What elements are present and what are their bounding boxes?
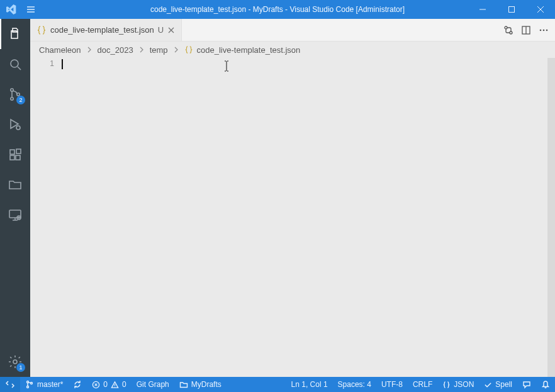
- editor-area: code_live-template_test.json U: [30, 19, 555, 377]
- breadcrumbs: Chameleon doc_2023 temp code_live-templa…: [30, 42, 555, 58]
- svg-point-1: [11, 60, 18, 67]
- text-caret: [62, 59, 63, 69]
- editor-actions: [497, 19, 555, 41]
- title-bar: code_live-template_test.json - MyDrafts …: [0, 0, 555, 19]
- i-beam-cursor-icon: [224, 60, 229, 72]
- code-area[interactable]: [62, 58, 547, 377]
- activity-folder[interactable]: [0, 170, 30, 200]
- activity-search[interactable]: [0, 49, 30, 79]
- vscode-logo: [0, 4, 22, 14]
- svg-rect-0: [509, 7, 515, 13]
- svg-point-16: [540, 29, 542, 31]
- chevron-right-icon: [172, 47, 181, 53]
- main-row: 2 1 code_live-template_test.json: [0, 19, 555, 377]
- tab-file[interactable]: code_live-template_test.json U: [30, 19, 182, 41]
- svg-rect-9: [16, 149, 21, 154]
- status-eol[interactable]: CRLF: [408, 377, 437, 392]
- activity-bar: 2 1: [0, 19, 30, 377]
- menu-button[interactable]: [22, 4, 40, 14]
- svg-point-20: [27, 386, 29, 388]
- window-controls: [468, 0, 555, 19]
- manage-badge: 1: [16, 363, 25, 372]
- status-indentation[interactable]: Spaces: 4: [333, 377, 376, 392]
- json-icon: [184, 45, 193, 54]
- check-icon: [484, 381, 492, 389]
- warning-count: 0: [122, 380, 126, 389]
- error-icon: [92, 381, 100, 389]
- feedback-icon: [522, 380, 531, 389]
- close-button[interactable]: [526, 0, 555, 19]
- editor-body[interactable]: 1: [30, 58, 555, 377]
- branch-name: master*: [37, 380, 63, 389]
- status-bar: master* 0 0 Git Graph MyDrafts Ln 1, Col…: [0, 377, 555, 392]
- line-number: 1: [30, 59, 54, 68]
- activity-remote-explorer[interactable]: [0, 200, 30, 230]
- status-language[interactable]: JSON: [437, 377, 479, 392]
- error-count: 0: [103, 380, 108, 389]
- sync-icon: [73, 380, 82, 389]
- line-gutter: 1: [30, 58, 62, 377]
- breadcrumb-item[interactable]: temp: [150, 45, 168, 55]
- maximize-button[interactable]: [497, 0, 526, 19]
- breadcrumb-item[interactable]: code_live-template_test.json: [197, 45, 301, 55]
- status-workspace[interactable]: MyDrafts: [174, 377, 227, 392]
- activity-extensions[interactable]: [0, 140, 30, 170]
- tab-filename: code_live-template_test.json: [50, 25, 154, 35]
- compare-changes-icon[interactable]: [503, 25, 513, 35]
- remote-icon: [6, 380, 14, 389]
- svg-point-13: [505, 26, 507, 29]
- minimap[interactable]: [547, 58, 555, 377]
- json-icon: [36, 25, 47, 35]
- svg-point-5: [16, 126, 20, 130]
- tab-modified-indicator: U: [158, 25, 164, 35]
- status-branch[interactable]: master*: [20, 377, 68, 392]
- chevron-right-icon: [85, 47, 94, 53]
- tab-close-icon[interactable]: [167, 26, 175, 34]
- svg-point-14: [510, 31, 512, 34]
- status-cursor-position[interactable]: Ln 1, Col 1: [286, 377, 333, 392]
- svg-rect-6: [10, 150, 14, 154]
- branch-icon: [25, 380, 34, 389]
- tabs-row: code_live-template_test.json U: [30, 19, 555, 42]
- warning-icon: [111, 381, 119, 389]
- status-sync[interactable]: [68, 377, 87, 392]
- folder-icon: [179, 380, 188, 389]
- svg-point-17: [543, 29, 545, 31]
- git-graph-label: Git Graph: [137, 380, 169, 389]
- more-actions-icon[interactable]: [539, 25, 549, 35]
- activity-explorer[interactable]: [0, 19, 30, 49]
- svg-point-18: [546, 29, 548, 31]
- workspace-name: MyDrafts: [191, 380, 221, 389]
- status-git-graph[interactable]: Git Graph: [132, 377, 174, 392]
- status-notifications[interactable]: [536, 377, 555, 392]
- status-spell[interactable]: Spell: [479, 377, 517, 392]
- breadcrumb-item[interactable]: Chameleon: [39, 45, 81, 55]
- minimize-button[interactable]: [468, 0, 497, 19]
- svg-rect-8: [16, 155, 20, 160]
- activity-manage[interactable]: 1: [0, 347, 30, 377]
- chevron-right-icon: [137, 47, 146, 53]
- activity-source-control[interactable]: 2: [0, 79, 30, 109]
- status-encoding[interactable]: UTF-8: [376, 377, 408, 392]
- scm-badge: 2: [16, 96, 25, 104]
- status-remote[interactable]: [0, 377, 20, 392]
- svg-rect-7: [10, 155, 14, 160]
- status-feedback[interactable]: [517, 377, 536, 392]
- braces-icon: [442, 381, 451, 389]
- svg-point-3: [11, 98, 13, 100]
- activity-run-debug[interactable]: [0, 109, 30, 140]
- status-problems[interactable]: 0 0: [87, 377, 131, 392]
- breadcrumb-item[interactable]: doc_2023: [98, 45, 133, 55]
- bell-icon: [541, 380, 550, 389]
- svg-point-12: [13, 360, 17, 364]
- split-editor-icon[interactable]: [521, 25, 531, 35]
